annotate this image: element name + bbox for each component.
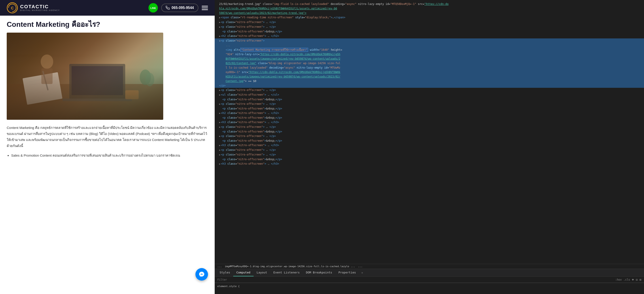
list-item-text: Sales & Promotion Content คอนเทนต์ส่งเสร… xyxy=(11,153,180,157)
devtools-bottom: ... img#MTUwMzoyODQ=-1.blog-img.aligncen… xyxy=(215,264,644,294)
header-right: LINE 065-095-9544 xyxy=(148,3,208,12)
line-button[interactable]: LINE xyxy=(148,3,158,12)
dom-line-img-3: BVT0WHkHIQiFJi/assets/images/optimized/r… xyxy=(215,56,644,61)
devtools-panel: 23/02/marketing-trend.jpg" class="img-fl… xyxy=(215,0,644,294)
content-list: Sales & Promotion Content คอนเทนต์ส่งเสร… xyxy=(11,152,208,158)
devtools-filter-row: :hov .cls + ⊡ ⊞ xyxy=(215,277,644,283)
website-panel: C COTACTIC DIGITAL MARKETING AGENCY LINE… xyxy=(0,0,215,294)
hamburger-line-2 xyxy=(202,7,208,8)
tab-event-listeners[interactable]: Event Listeners xyxy=(270,269,303,276)
dom-line-p6: ▶<p class="nitro-offscreen"> … </p> xyxy=(215,134,644,139)
menu-hamburger[interactable] xyxy=(202,6,208,10)
svg-point-16 xyxy=(41,54,53,69)
logo-subtitle: DIGITAL MARKETING AGENCY xyxy=(20,9,60,11)
dom-line-p8: ▶<p class="nitro-offscreen"> … </p> xyxy=(215,152,644,157)
element-style: element.style { xyxy=(217,285,641,288)
chat-fab-button[interactable] xyxy=(196,268,208,281)
dom-line-p-nbsp5: <p class="nitro-offscreen">&nbsp;</p> xyxy=(215,129,644,134)
dom-line-h3-1: ▶<h3 class="nitro-offscreen"> … </h3> xyxy=(215,120,644,125)
dom-line-img-start[interactable]: <img alt="Content Marketing การตลาดที่ใช… xyxy=(215,48,644,52)
page-title: Content Marketing คืออะไร? xyxy=(7,20,208,28)
devtools-breadcrumb: ... img#MTUwMzoyODQ=-1.blog-img.aligncen… xyxy=(215,264,644,269)
dom-line-img-6: oyODQ=-1" src="https://cdn-dohla.nitrocd… xyxy=(215,70,644,74)
hero-image xyxy=(7,33,163,120)
dom-line-img-8: Content.jpg"> == $0 xyxy=(215,79,644,83)
hamburger-line-1 xyxy=(202,6,208,6)
phone-icon xyxy=(166,6,170,10)
filter-plus[interactable]: + xyxy=(632,278,634,282)
dom-line-dots: ... xyxy=(215,43,644,48)
phone-button[interactable]: 065-095-9544 xyxy=(161,3,198,12)
phone-number: 065-095-9544 xyxy=(172,6,194,10)
tab-layout[interactable]: Layout xyxy=(254,269,270,276)
line-icon: LINE xyxy=(150,5,156,10)
cotactic-logo-icon: C xyxy=(7,2,18,13)
filter-icon-2[interactable]: ⊞ xyxy=(640,278,641,282)
filter-cls[interactable]: .cls xyxy=(624,278,630,281)
filter-controls: :hov .cls + ⊡ ⊞ xyxy=(616,278,641,282)
dom-line-img-7: HIQiFJi/assets/images/optimized/rev-b659… xyxy=(215,74,644,79)
hero-desk-gradient xyxy=(7,67,163,120)
logo-text-block: COTACTIC DIGITAL MARKETING AGENCY xyxy=(20,4,60,11)
dom-line-p7: ▶<p class="nitro-offscreen"> … </p> xyxy=(215,148,644,152)
logo-name: COTACTIC xyxy=(20,4,60,9)
dom-line-ul: ▶<ul class="nitro-offscreen"> … </ul> xyxy=(215,92,644,97)
devtools-tabs: Styles Computed Layout Event Listeners D… xyxy=(215,269,644,277)
dom-line-p-nbsp4: <p class="nitro-offscreen">&nbsp;</p> xyxy=(215,115,644,120)
dom-line-p-nbsp1: <p class="nitro-offscreen">&nbsp;</p> xyxy=(215,29,644,34)
list-item: Sales & Promotion Content คอนเทนต์ส่งเสร… xyxy=(11,152,208,158)
dom-line-p2: ▶<p class="nitro-offscreen"> … </p> xyxy=(215,24,644,29)
breadcrumb-text: img#MTUwMzoyODQ=-1.blog-img.aligncenter.… xyxy=(225,265,355,268)
dom-line-p-nbsp7: <p class="nitro-offscreen">&nbsp;</p> xyxy=(215,157,644,162)
dom-line-img-2: "924" nitro-lazy-src="https://cdn-dohla.… xyxy=(215,52,644,56)
logo-area: C COTACTIC DIGITAL MARKETING AGENCY xyxy=(7,2,60,13)
dom-line-img-4: 023/02/Content.jpg" class="blog-img alig… xyxy=(215,61,644,65)
dom-line-p-close: </p> xyxy=(215,83,644,88)
dom-line-p3: ▶<p class="nitro-offscreen"> … </p> xyxy=(215,88,644,92)
dom-line-h2-2: ▶<h2 class="nitro-offscreen"> … </h2> xyxy=(215,111,644,115)
dom-line-1: 23/02/marketing-trend.jpg" class="img-fl… xyxy=(215,2,644,6)
tab-styles[interactable]: Styles xyxy=(216,269,233,276)
dom-line-p-nbsp2: <p class="nitro-offscreen">&nbsp;</p> xyxy=(215,97,644,102)
filter-input[interactable] xyxy=(217,278,613,281)
dom-line-h2: ▶<h2 class="nitro-offscreen"> … </h2> xyxy=(215,34,644,38)
dom-line-p4: ▶<p class="nitro-offscreen"> … </p> xyxy=(215,102,644,106)
dom-line-p-nbsp6: <p class="nitro-offscreen">&nbsp;</p> xyxy=(215,139,644,143)
site-header: C COTACTIC DIGITAL MARKETING AGENCY LINE… xyxy=(0,0,215,16)
content-paragraph: Content Marketing คือ กลยุทธ์การตลาดที่ใ… xyxy=(7,125,208,149)
dom-tree[interactable]: 23/02/marketing-trend.jpg" class="img-fl… xyxy=(215,0,644,264)
dom-line-p1: ▶<p class="nitro-offscreen"> … </p> xyxy=(215,20,644,24)
svg-text:C: C xyxy=(11,6,14,10)
dom-line-2: hla.nitrocdn.com/QMnUOpkTKHRQxijgShBVT0W… xyxy=(215,6,644,11)
site-content: Content Marketing คืออะไร? xyxy=(0,16,215,294)
dom-line-span: ▶<span class="rt-reading-time nitro-offs… xyxy=(215,15,644,20)
dom-line-img-5: l ls-is-cached lazyloaded" decoding="asy… xyxy=(215,65,644,70)
tab-properties[interactable]: Properties xyxy=(335,269,359,276)
filter-icon-1[interactable]: ⊡ xyxy=(636,278,638,282)
img-alt-highlighted: "Content Marketing การตลาดที่ใช้การสร้าง… xyxy=(240,48,308,52)
messenger-icon xyxy=(198,271,205,278)
svg-text:LINE: LINE xyxy=(150,7,156,9)
dom-line-h3-3: ▶<h3 class="nitro-offscreen"> … </h3> xyxy=(215,162,644,166)
devtools-styles-area: element.style { xyxy=(215,283,644,294)
dom-line-p-nbsp3: <p class="nitro-offscreen">&nbsp;</p> xyxy=(215,106,644,111)
filter-hov[interactable]: :hov xyxy=(616,278,622,281)
dom-line-p5: ▶<p class="nitro-offscreen"> … </p> xyxy=(215,125,644,129)
tab-computed[interactable]: Computed xyxy=(233,269,254,276)
hamburger-line-3 xyxy=(202,9,208,10)
dom-line-h3-2: ▶<h3 class="nitro-offscreen"> … </h3> xyxy=(215,143,644,148)
dom-line-p-open[interactable]: ∨<p class="nitro-offscreen"> xyxy=(215,38,644,43)
tab-more[interactable]: » xyxy=(359,269,366,276)
dom-line-3: 5987d/wp-content/uploads/2023/02/marketi… xyxy=(215,11,644,15)
tab-dom-breakpoints[interactable]: DOM Breakpoints xyxy=(303,269,335,276)
